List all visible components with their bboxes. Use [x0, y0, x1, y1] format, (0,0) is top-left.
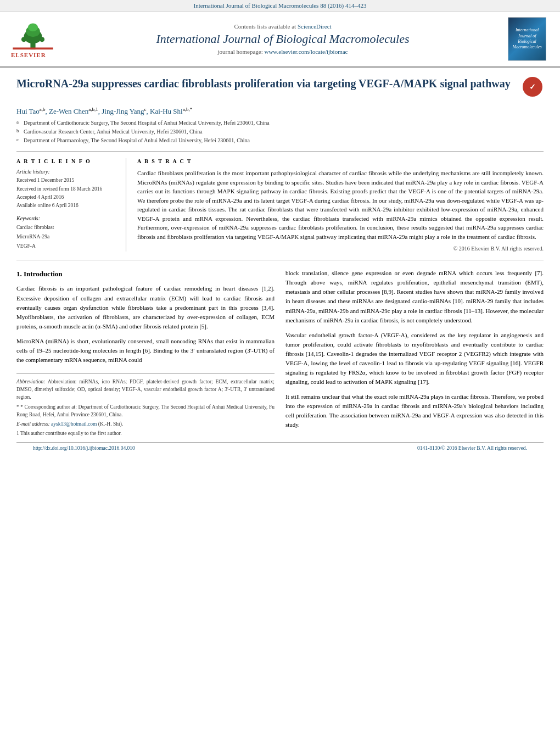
article-history-section: Article history: Received 1 December 201…	[16, 169, 117, 210]
date-online: Available online 6 April 2016	[16, 202, 117, 210]
article-info-abstract: A R T I C L E I N F O Article history: R…	[16, 151, 544, 252]
crossmark-icon: ✓	[523, 77, 542, 97]
contents-text: Contents lists available at	[234, 23, 296, 30]
article-content: MicroRNA-29a suppresses cardiac fibrobla…	[0, 68, 560, 465]
journal-logo-text: International Journal of Biological Macr…	[511, 27, 543, 51]
intro-para-5: It still remains unclear that what the e…	[285, 392, 544, 429]
affiliation-b: b Cardiovascular Research Center, Anhui …	[16, 127, 544, 136]
copyright: © 2016 Elsevier B.V. All rights reserved…	[137, 246, 544, 252]
journal-bar: International Journal of Biological Macr…	[0, 0, 560, 12]
article-dates: Received 1 December 2015 Received in rev…	[16, 176, 117, 210]
body-columns: 1. Introduction Cardiac fibrosis is an i…	[16, 269, 544, 439]
date-accepted: Accepted 4 April 2016	[16, 193, 117, 202]
header-center: Contents lists available at ScienceDirec…	[60, 23, 505, 55]
header-section: ELSEVIER Contents lists available at Sci…	[0, 12, 560, 68]
page-wrapper: International Journal of Biological Macr…	[0, 0, 560, 465]
footnote-corresponding: * * Corresponding author at: Department …	[16, 403, 275, 419]
crossmark-label: ✓	[529, 82, 536, 92]
affil-text-b: Cardiovascular Research Center, Anhui Me…	[24, 127, 203, 136]
intro-para-1: Cardiac fibrosis is an important patholo…	[16, 284, 275, 331]
affiliation-a: a Department of Cardiothoracic Surgery, …	[16, 119, 544, 127]
intro-heading: 1. Introduction	[16, 269, 275, 280]
svg-point-3	[28, 23, 38, 31]
date-revised: Received in revised form 18 March 2016	[16, 185, 117, 193]
svg-point-4	[21, 37, 26, 42]
article-info-title: A R T I C L E I N F O	[16, 158, 117, 164]
svg-rect-6	[13, 47, 53, 49]
intro-para-3: block translation, silence gene expressi…	[285, 269, 544, 325]
footnote-first-author: 1 This author contribute equally to the …	[16, 429, 275, 437]
homepage-text: journal homepage:	[218, 48, 263, 55]
footer-bar: http://dx.doi.org/10.1016/j.ijbiomac.201…	[16, 442, 544, 454]
keyword-2: MicroRNA-29a	[16, 232, 117, 242]
affiliation-c: c Department of Pharmacology, The Second…	[16, 136, 544, 144]
date-received: Received 1 December 2015	[16, 176, 117, 185]
article-info-col: A R T I C L E I N F O Article history: R…	[16, 158, 126, 252]
authors-line: Hui Taoa,b, Ze-Wen Chena,b,1, Jing-Jing …	[16, 107, 544, 116]
keywords-list: Cardiac fibroblast MicroRNA-29a VEGF-A	[16, 223, 117, 251]
doi-link[interactable]: http://dx.doi.org/10.1016/j.ijbiomac.201…	[33, 445, 135, 451]
abstract-col: A B S T R A C T Cardiac fibroblasts prol…	[137, 158, 544, 252]
elsevier-tree-icon	[11, 20, 55, 51]
keyword-3: VEGF-A	[16, 242, 117, 251]
contents-line: Contents lists available at ScienceDirec…	[71, 23, 494, 30]
corresponding-text: * Corresponding author at: Department of…	[16, 404, 275, 417]
journal-logo-img: International Journal of Biological Macr…	[508, 17, 546, 61]
svg-point-5	[40, 37, 44, 42]
abstract-title: A B S T R A C T	[137, 158, 544, 164]
journal-citation: International Journal of Biological Macr…	[194, 2, 367, 9]
affil-sup-a: a	[16, 119, 22, 126]
keywords-label: Keywords:	[16, 215, 117, 221]
body-col-right: block translation, silence gene expressi…	[285, 269, 544, 439]
sciencedirect-link[interactable]: ScienceDirect	[298, 23, 332, 30]
footnote-email: E-mail address: aysk13@hotmail.com (K.-H…	[16, 420, 275, 428]
article-title: MicroRNA-29a suppresses cardiac fibrobla…	[16, 76, 513, 91]
intro-para-4: Vascular endothelial growth factor-A (VE…	[285, 331, 544, 387]
keyword-1: Cardiac fibroblast	[16, 223, 117, 232]
intro-para-2: MicroRNA (miRNA) is short, evolutionaril…	[16, 337, 275, 365]
abstract-text: Cardiac fibroblasts proliferation is the…	[137, 169, 544, 241]
article-title-section: MicroRNA-29a suppresses cardiac fibrobla…	[16, 76, 544, 102]
affiliations: a Department of Cardiothoracic Surgery, …	[16, 119, 544, 144]
email-link[interactable]: aysk13@hotmail.com	[51, 421, 97, 427]
section-divider	[16, 260, 544, 260]
affil-sup-b: b	[16, 127, 22, 135]
footnotes: Abbreviation: Abbreviation: miRNAs, icro…	[16, 373, 275, 438]
issn-text: 0141-8130/© 2016 Elsevier B.V. All right…	[417, 445, 527, 451]
journal-logo-box: International Journal of Biological Macr…	[505, 17, 549, 61]
elsevier-logo: ELSEVIER	[11, 20, 60, 58]
homepage-url[interactable]: www.elsevier.com/locate/ijbiomac	[264, 48, 348, 55]
footnote-abbreviations: Abbreviation: Abbreviation: miRNAs, icro…	[16, 378, 275, 401]
journal-homepage: journal homepage: www.elsevier.com/locat…	[71, 48, 494, 55]
elsevier-label: ELSEVIER	[11, 52, 46, 58]
crossmark-badge: ✓	[522, 76, 544, 98]
journal-title-header: International Journal of Biological Macr…	[71, 32, 494, 46]
keywords-section: Keywords: Cardiac fibroblast MicroRNA-29…	[16, 215, 117, 251]
history-label: Article history:	[16, 169, 117, 175]
abbreviations-text: Abbreviation: miRNAs, icro RNAs; PDGF, p…	[16, 379, 275, 400]
affil-text-c: Department of Pharmacology, The Second H…	[24, 136, 250, 144]
affil-text-a: Department of Cardiothoracic Surgery, Th…	[24, 119, 270, 127]
affil-sup-c: c	[16, 136, 22, 144]
body-col-left: 1. Introduction Cardiac fibrosis is an i…	[16, 269, 275, 439]
